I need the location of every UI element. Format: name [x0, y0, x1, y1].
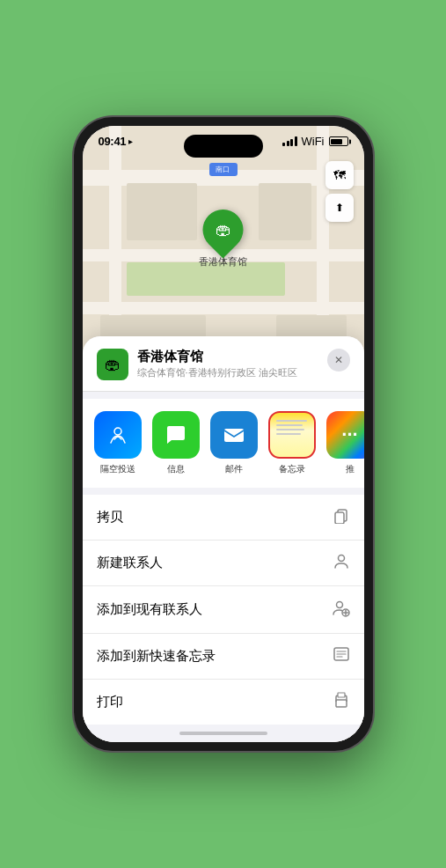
- more-label: 推: [346, 463, 355, 475]
- new-contact-icon: [333, 552, 350, 574]
- action-list: 拷贝 新建联系人: [83, 495, 364, 725]
- share-item-more[interactable]: ··· 推: [325, 411, 364, 475]
- svg-point-4: [338, 555, 344, 562]
- notes-icon: [268, 411, 316, 459]
- status-icons: WiFi: [282, 135, 348, 148]
- action-add-existing[interactable]: 添加到现有联系人: [83, 586, 364, 634]
- place-info: 香港体育馆 综合体育馆·香港特别行政区 油尖旺区: [137, 349, 318, 379]
- battery-icon: [329, 136, 348, 146]
- action-print[interactable]: 打印: [83, 680, 364, 725]
- stadium-icon: 🏟: [216, 221, 231, 239]
- action-quick-note[interactable]: 添加到新快速备忘录: [83, 634, 364, 680]
- map-view-button[interactable]: 🗺: [325, 161, 354, 189]
- message-icon: [152, 411, 200, 459]
- svg-point-5: [336, 602, 342, 608]
- mail-icon: [210, 411, 258, 459]
- wifi-icon: WiFi: [302, 135, 325, 148]
- svg-rect-14: [338, 693, 345, 697]
- add-existing-label: 添加到现有联系人: [97, 601, 202, 618]
- home-indicator: [179, 732, 267, 735]
- status-time: 09:41: [99, 135, 127, 148]
- phone-screen: 09:41 ▸ WiFi: [83, 126, 364, 742]
- message-label: 信息: [167, 463, 185, 475]
- map-view-icon: 🗺: [333, 168, 346, 182]
- notes-lines: [276, 420, 307, 435]
- print-label: 打印: [97, 694, 123, 710]
- location-arrow-icon: ▸: [128, 136, 133, 146]
- svg-rect-13: [336, 700, 347, 707]
- share-item-airdrop[interactable]: 隔空投送: [93, 411, 143, 475]
- home-indicator-area: [83, 725, 364, 742]
- place-subtitle: 综合体育馆·香港特别行政区 油尖旺区: [137, 366, 318, 379]
- close-icon: ✕: [334, 354, 343, 366]
- map-entrance-label: 南口: [209, 163, 238, 176]
- svg-point-0: [114, 428, 121, 435]
- location-pin: 🏟 香港体育馆: [199, 210, 247, 268]
- svg-rect-1: [224, 429, 244, 442]
- phone-frame: 09:41 ▸ WiFi: [74, 117, 373, 751]
- add-existing-icon: [331, 598, 350, 622]
- close-button[interactable]: ✕: [327, 349, 350, 371]
- share-row: 隔空投送 信息: [83, 399, 364, 488]
- copy-label: 拷贝: [97, 509, 123, 526]
- dynamic-island: [184, 135, 263, 158]
- quick-note-label: 添加到新快速备忘录: [97, 648, 216, 665]
- place-icon-emoji: 🏟: [105, 356, 121, 374]
- quick-note-icon: [333, 645, 350, 667]
- mail-label: 邮件: [225, 463, 243, 475]
- compass-icon: ⬆: [335, 202, 344, 214]
- pin-circle: 🏟: [194, 201, 252, 258]
- place-name: 香港体育馆: [137, 349, 318, 364]
- action-new-contact[interactable]: 新建联系人: [83, 541, 364, 586]
- signal-bars-icon: [282, 136, 297, 146]
- bottom-sheet: 🏟 香港体育馆 综合体育馆·香港特别行政区 油尖旺区 ✕: [83, 336, 364, 742]
- print-icon: [333, 691, 350, 713]
- location-button[interactable]: ⬆: [325, 194, 354, 222]
- svg-rect-3: [335, 512, 344, 524]
- share-item-mail[interactable]: 邮件: [209, 411, 259, 475]
- copy-icon: [333, 506, 350, 528]
- place-header: 🏟 香港体育馆 综合体育馆·香港特别行政区 油尖旺区 ✕: [83, 336, 364, 392]
- place-icon: 🏟: [97, 349, 128, 380]
- action-copy[interactable]: 拷贝: [83, 495, 364, 541]
- share-item-notes[interactable]: 备忘录: [267, 411, 317, 475]
- airdrop-label: 隔空投送: [100, 463, 135, 475]
- airdrop-icon: [94, 411, 142, 459]
- new-contact-label: 新建联系人: [97, 555, 163, 571]
- share-item-message[interactable]: 信息: [151, 411, 201, 475]
- notes-label: 备忘录: [279, 463, 305, 475]
- map-controls: 🗺 ⬆: [325, 161, 354, 222]
- more-icon: ···: [326, 411, 364, 459]
